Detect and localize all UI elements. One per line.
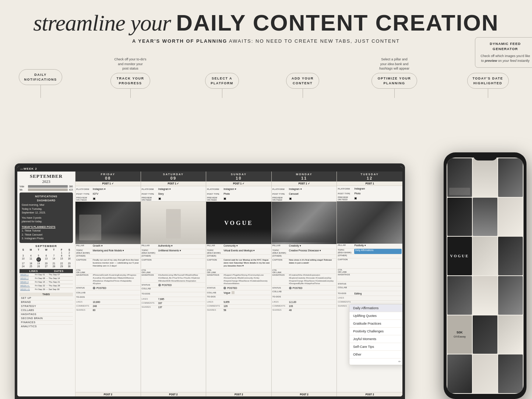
planned-post-2: 2. Tiktok Carousel [22, 233, 71, 237]
today-date: 12 [36, 257, 41, 262]
feed-cell-10 [473, 276, 497, 315]
monday-lower: PILLAR Creativity ▾ TOPIC(IDEA BANK) Cre… [272, 244, 337, 392]
monday-header: MONDAY 11 [272, 172, 337, 181]
sunday-photo: VOGUE [206, 202, 271, 244]
subtitle-rest: AWAITS: NO NEED TO CREATE NEW TABS, JUST… [227, 38, 400, 44]
notif-posts: You have 3 postsplanned for today. [22, 216, 71, 224]
callout-line-6 [488, 89, 488, 98]
tab-brand[interactable]: BRAND [20, 300, 73, 304]
phone-notch [473, 152, 497, 160]
month-display: SEPTEMBER 2023 [20, 173, 73, 184]
tab-collabs[interactable]: COLLABS [20, 308, 73, 313]
mini-cal-month: SEPTEMBER [20, 244, 73, 248]
feed-cell-5 [473, 198, 497, 236]
monday-stats: LIKES12,120 COMMENTS103 SHARES48 [272, 301, 336, 313]
dropdown-item-positivity[interactable]: Positivity Challenges [349, 328, 402, 335]
feed-cell-13 [498, 315, 523, 354]
feed-cell-1 [447, 158, 472, 197]
tab-analytics[interactable]: ANALYTICS [20, 325, 73, 328]
mini-calendar: SEPTEMBER SMTWTFS 12 3456789 10111213141… [20, 244, 73, 268]
tab-finances[interactable]: FINANCES [20, 321, 73, 325]
week-header: —WEEK 2 [17, 166, 402, 172]
phone-mockup: VOGUE 50KGIVEaway [444, 152, 526, 399]
dropdown-item-daily-affirmations[interactable]: Daily Affirmations [349, 304, 402, 312]
dropdown-edit-button[interactable]: ✏ [349, 359, 402, 365]
callout-daily-notifications: DAILYNOTIFICATIONS [20, 69, 61, 98]
tab-second-brain[interactable]: SECOND BRAIN [20, 317, 73, 321]
sidebar-tabs: TABS SET UP BRAND STRATEGY COLLABS HASHT… [20, 293, 73, 328]
callout-bubble-platform: SELECT APLATFORM [205, 73, 239, 89]
saturday-photo [141, 202, 206, 244]
feed-cell-16 [498, 354, 523, 393]
callout-optimize: Select a pillar andyour idea bank andhas… [361, 57, 427, 98]
feed-cell-7 [473, 237, 497, 275]
stat-bars: Vide 386 Wr. 415 [20, 185, 73, 191]
ql-row-2: WEEK 2Fri Sep 08 → Thu Sep 14 [20, 277, 73, 280]
callout-desc-track: Check off your to-do'sand monitor yourpo… [114, 57, 146, 71]
friday-post2-label: POST 2 [75, 392, 141, 396]
ql-row-4: WEEK 4~Fri Sep 22 → Thu Sep 28 [20, 284, 73, 288]
tab-setup[interactable]: SET UP [20, 296, 73, 300]
planned-post-3: 3. Instagram Photo [22, 237, 71, 241]
notifications-box: NOTIFICATIONSDASHBOARD Good morning, Mia… [20, 193, 73, 243]
tuesday-photo [337, 201, 402, 244]
day-col-saturday: SATURDAY 09 POST 1 ✓ PLATFORM Instagram … [141, 172, 207, 396]
callout-bubble-daily: DAILYNOTIFICATIONS [19, 69, 63, 85]
monday-post-label: POST 1 ✓ [272, 181, 337, 186]
phone-screen: VOGUE 50KGIVEaway [447, 158, 524, 394]
monday-num: 11 [272, 176, 336, 180]
subtitle-bold: A YEAR'S WORTH OF PLANNING [132, 38, 227, 44]
title-italic: streamline your [33, 10, 176, 35]
friday-lower: PILLAR Growth ▾ TOPIC(IDEA BANK) Mentori… [75, 244, 141, 392]
callouts-container: DAILYNOTIFICATIONS Check off your to-do'… [0, 48, 532, 98]
saturday-lower: PILLAR Authenticity ▾ TOPIC(IDEA BANK) U… [141, 244, 206, 392]
subtitle: A YEAR'S WORTH OF PLANNING AWAITS: NO NE… [22, 38, 510, 44]
tab-hashtags[interactable]: HASHTAGS [20, 313, 73, 317]
sidebar-month: SEPTEMBER [20, 173, 73, 179]
monday-post2-label: POST 2 [272, 392, 337, 396]
feed-cell-4 [447, 198, 472, 236]
laptop-mockup: —WEEK 2 SEPTEMBER 2023 Vide [15, 163, 405, 399]
callout-track-progress: Check off your to-do'sand monitor yourpo… [97, 57, 163, 98]
dynamic-feed-title: DYNAMIC FEED GENERATOR [480, 41, 530, 52]
feed-cell-2 [473, 158, 497, 197]
friday-num: 08 [76, 176, 140, 180]
monday-photo [272, 202, 337, 244]
dropdown-item-gratitude[interactable]: Gratitude Practices [349, 320, 402, 328]
feed-cell-11 [498, 276, 523, 315]
tuesday-num: 12 [338, 176, 402, 180]
callout-desc-optimize: Select a pillar andyour idea bank andhas… [379, 57, 409, 71]
callout-line-1 [40, 85, 41, 98]
dropdown-item-selfcare[interactable]: Self-Care Tips [349, 343, 402, 351]
callout-todays-date: TODAY'S DATEHIGHLIGHTED [464, 73, 512, 98]
tuesday-header: TUESDAY 12 [337, 172, 402, 181]
tab-strategy[interactable]: STRATEGY [20, 304, 73, 308]
sunday-fields: PLATFORM Instagram ▾ POST TYPE Photo PRE… [206, 186, 271, 202]
ql-row-3: WEEK 3Fri Sep 15 → Thu Sep 21 [20, 280, 73, 284]
dropdown-item-other[interactable]: Other [349, 351, 402, 359]
dropdown-item-uplifting-quotes[interactable]: Uplifting Quotes [349, 312, 402, 320]
day-col-sunday: SUNDAY 10 POST 1 ✓ PLATFORM Instagram ▾ [206, 172, 272, 396]
sunday-header: SUNDAY 10 [206, 172, 271, 181]
monday-fields: PLATFORM Instagram ▾ POST TYPE Carousel … [272, 186, 337, 202]
topic-dropdown-menu[interactable]: Daily Affirmations Uplifting Quotes Grat… [349, 304, 402, 365]
callout-line-3 [222, 89, 222, 98]
saturday-stats: LIKES7,685 COMMENTS337 SHARES137 [142, 298, 205, 310]
notif-planned-label: TODAY'S PLANNED POSTS [22, 225, 71, 229]
callout-line-5 [394, 89, 395, 98]
50k-text: 50KGIVEaway [454, 331, 466, 339]
dynamic-feed-box: DYNAMIC FEED GENERATOR Check off which i… [475, 37, 532, 68]
saturday-num: 09 [142, 176, 205, 180]
notif-title: NOTIFICATIONSDASHBOARD [22, 195, 71, 202]
callout-select-platform: SELECT APLATFORM [200, 73, 244, 98]
callout-line-2 [130, 89, 131, 98]
callout-bubble-date: TODAY'S DATEHIGHLIGHTED [467, 73, 509, 89]
friday-header: FRIDAY 08 [75, 172, 141, 181]
phone-body: VOGUE 50KGIVEaway [444, 152, 526, 399]
feed-cell-12 [473, 315, 497, 354]
dropdown-item-joyful[interactable]: Joyful Moments [349, 335, 402, 343]
laptop-body: —WEEK 2 SEPTEMBER 2023 Vide [15, 163, 405, 399]
page-container: streamline your DAILY CONTENT CREATION A… [0, 0, 532, 399]
day-col-friday: FRIDAY 08 POST 1 ✓ PLATFORM Instagram ▾ [75, 172, 141, 396]
feed-cell-vogue: VOGUE [447, 237, 472, 275]
